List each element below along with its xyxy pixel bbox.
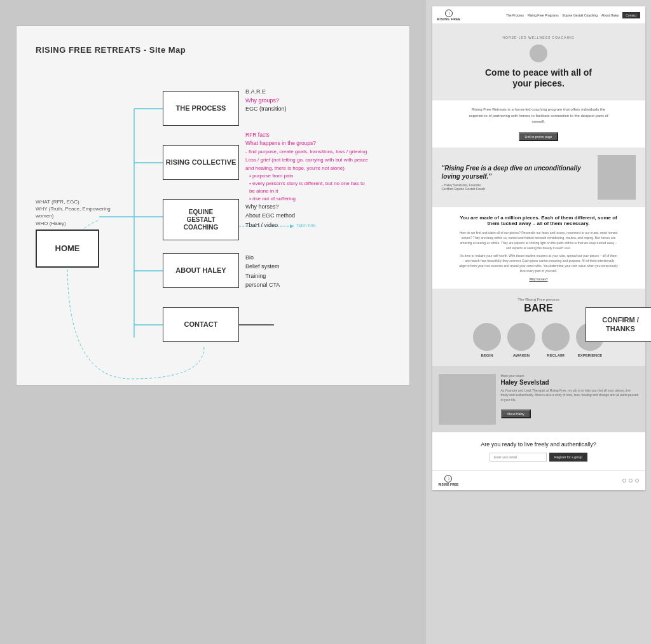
tsbn-link: ------→ Tsbn link xyxy=(280,223,316,228)
preview-quote: "Rising Free is a deep dive on unconditi… xyxy=(432,147,645,207)
bare-reclaim-label: RECLAIM xyxy=(547,353,564,357)
preview-nav: ☽ RISING FREE The Process Rising Free Pr… xyxy=(432,6,645,24)
preview-hero: HORSE-LED WELLNESS COACHING Come to peac… xyxy=(432,24,645,100)
rising-collective-node: RISING COLLECTIVE xyxy=(163,145,239,180)
why-horses: Why horses? xyxy=(245,203,279,210)
coach-subtitle: Meet your coach xyxy=(501,374,639,378)
about-haley-notes: Bio Belief system Training personal CTA xyxy=(245,253,341,290)
left-panel: RISING FREE RETREATS - Site Map xyxy=(0,0,426,644)
bare-begin-circle xyxy=(473,323,501,351)
body-para-2: It's time to reclaim your self-worth. Wi… xyxy=(459,253,618,273)
process-note-plain2: EGC (transition) xyxy=(245,106,287,112)
rising-collective-label: RISING COLLECTIVE xyxy=(166,158,236,167)
about-egc: About EGC method xyxy=(245,212,295,219)
nav-contact-button[interactable]: Contact xyxy=(622,12,640,18)
bare-step-reclaim: RECLAIM xyxy=(542,323,570,357)
body-para-1: How do we find and claim all of our piec… xyxy=(459,230,618,250)
coach-text: Meet your coach Haley Sevelstad As Found… xyxy=(501,374,639,419)
process-box[interactable]: THE PROCESS xyxy=(163,91,239,126)
body-headline: You are made of a million pieces. Each o… xyxy=(459,215,618,226)
home-node: WHAT (RFR, EGC) WHY (Truth, Peace, Empow… xyxy=(36,198,112,268)
tbah-video: TbaH / video xyxy=(245,222,280,228)
nav-logo-text: RISING FREE xyxy=(437,17,461,21)
nav-links: The Process Rising Free Programs Equine … xyxy=(506,12,640,18)
coach-name: Haley Sevelstad xyxy=(501,379,639,386)
process-label: THE PROCESS xyxy=(176,104,226,113)
footer-dot-1 xyxy=(622,479,626,483)
footer-dot-3 xyxy=(635,479,639,483)
nav-logo-icon: ☽ xyxy=(445,10,453,17)
nav-link-process[interactable]: The Process xyxy=(506,13,524,17)
desc-promo-button[interactable]: Link to promo page xyxy=(519,132,559,141)
belief-system-note: Belief system xyxy=(245,263,280,270)
coach-image xyxy=(439,374,496,425)
footer-logo-text: RISING FREE xyxy=(439,483,459,486)
preview-body-text: You are made of a million pieces. Each o… xyxy=(432,207,645,289)
equine-gestalt-node: EQUINEGESTALTCOACHING xyxy=(163,199,239,240)
home-box[interactable]: HOME xyxy=(36,230,99,268)
sitemap-container: RISING FREE RETREATS - Site Map xyxy=(16,25,410,386)
preview-footer: ☽ RISING FREE xyxy=(432,470,645,490)
personal-cta-note: personal CTA xyxy=(245,282,280,288)
training-note: Training xyxy=(245,273,266,279)
about-haley-box[interactable]: ABOUT HALEY xyxy=(163,253,239,288)
footer-logo-icon: ☽ xyxy=(444,475,452,483)
hero-headline: Come to peace with all of your pieces. xyxy=(475,67,602,89)
cta-headline: Are you ready to live freely and authent… xyxy=(442,441,636,448)
cta-submit-button[interactable]: Register for a group xyxy=(549,453,587,462)
preview-coach: Meet your coach Haley Sevelstad As Found… xyxy=(432,366,645,432)
footer-dots xyxy=(622,479,639,483)
home-sublabel-line1: WHAT (RFR, EGC) WHY (Truth, Peace, Empow… xyxy=(36,199,111,226)
bare-subtitle: The Rising Free process xyxy=(439,298,639,301)
bare-step-awaken: AWAKEN xyxy=(507,323,535,357)
confirm-label: CONFIRM /THANKS xyxy=(602,316,638,332)
quote-image xyxy=(598,155,636,200)
process-note-plain: B.A.R.E xyxy=(245,88,266,95)
footer-logo: ☽ RISING FREE xyxy=(439,475,459,486)
bare-step-begin: BEGIN xyxy=(473,323,501,357)
equine-gestalt-box[interactable]: EQUINEGESTALTCOACHING xyxy=(163,199,239,240)
what-happens: What happens in the groups? xyxy=(245,140,316,146)
rfr-facts-label: RFR facts xyxy=(245,132,270,138)
equine-gestalt-label: EQUINEGESTALTCOACHING xyxy=(184,209,218,231)
coach-para: As Founder and Lead Therapist at Rising … xyxy=(501,388,639,403)
footer-dot-2 xyxy=(629,479,633,483)
sitemap-title: RISING FREE RETREATS - Site Map xyxy=(36,45,390,55)
contact-box[interactable]: CONTACT xyxy=(163,307,239,342)
process-note-pink: Why groups? xyxy=(245,97,279,104)
cta-form: Register for a group xyxy=(442,453,636,462)
bio-note: Bio xyxy=(245,254,254,261)
nav-logo: ☽ RISING FREE xyxy=(437,10,461,21)
hero-tag: HORSE-LED WELLNESS COACHING xyxy=(502,36,574,39)
quote-text-block: "Rising Free is a deep dive on unconditi… xyxy=(442,164,593,191)
home-label: HOME xyxy=(55,243,80,253)
about-haley-button[interactable]: About Haley xyxy=(501,409,531,418)
cta-email-input[interactable] xyxy=(490,453,547,462)
nav-link-coaching[interactable]: Equine Gestalt Coaching xyxy=(563,13,598,17)
process-notes: B.A.R.E Why groups? EGC (transition) xyxy=(245,88,353,114)
process-node: THE PROCESS xyxy=(163,91,239,126)
confirm-box[interactable]: CONFIRM /THANKS xyxy=(586,307,651,342)
why-horses-link[interactable]: Why horses? xyxy=(442,277,636,281)
about-haley-node: ABOUT HALEY xyxy=(163,253,239,288)
bare-begin-label: BEGIN xyxy=(481,353,493,357)
sitemap-inner: WHAT (RFR, EGC) WHY (Truth, Peace, Empow… xyxy=(36,74,388,360)
nav-link-programs[interactable]: Rising Free Programs xyxy=(528,13,559,17)
quote-attribution: – Haley Sevelstad, Founder, Certified Eq… xyxy=(442,183,593,191)
bare-awaken-circle xyxy=(507,323,535,351)
bare-reclaim-circle xyxy=(542,323,570,351)
website-preview: ☽ RISING FREE The Process Rising Free Pr… xyxy=(432,6,645,490)
bare-experience-label: EXPERIENCE xyxy=(578,353,603,357)
nav-link-haley[interactable]: About Haley xyxy=(601,13,619,17)
hero-image-circle xyxy=(530,45,547,62)
rising-collective-notes: RFR facts What happens in the groups? - … xyxy=(245,131,369,203)
preview-cta: Are you ready to live freely and authent… xyxy=(432,432,645,470)
bare-awaken-label: AWAKEN xyxy=(513,353,530,357)
quote-text: "Rising Free is a deep dive on unconditi… xyxy=(442,164,593,181)
rising-collective-box[interactable]: RISING COLLECTIVE xyxy=(163,145,239,180)
contact-label: CONTACT xyxy=(184,320,218,329)
desc-text: Rising Free Retreats is a horse-led coac… xyxy=(469,107,608,125)
equine-notes: Why horses? About EGC method TbaH / vide… xyxy=(245,202,347,230)
contact-node: CONTACT xyxy=(163,307,239,342)
about-haley-label: ABOUT HALEY xyxy=(175,266,226,275)
